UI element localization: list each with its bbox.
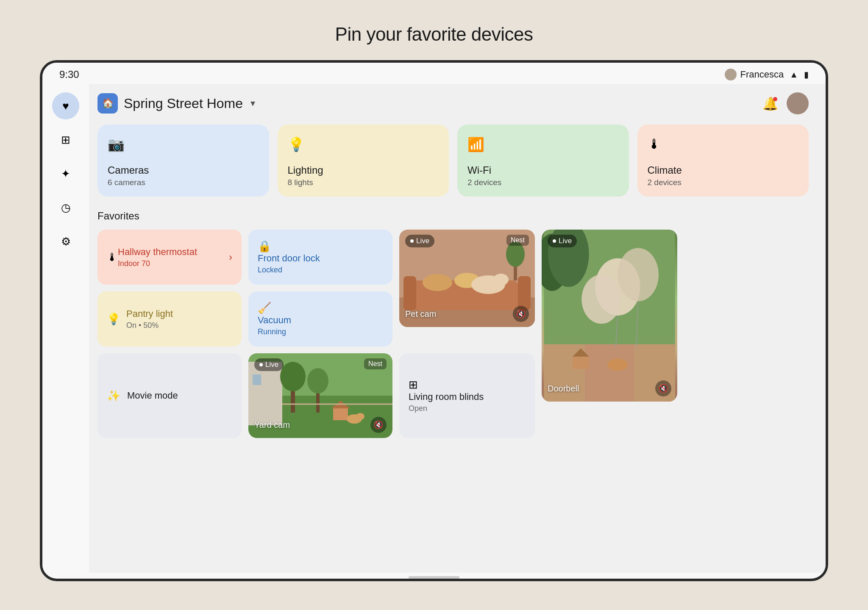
home-header: 🏠 Spring Street Home ▾ 🔔 xyxy=(97,92,809,114)
battery-icon: ▮ xyxy=(804,69,809,80)
mute-icon: 🔇 xyxy=(516,309,526,319)
doorbell-live-label: Live xyxy=(559,237,572,245)
sidebar-item-automations[interactable]: ✦ xyxy=(52,160,79,187)
doorbell-mute-button[interactable]: 🔇 xyxy=(655,380,671,396)
home-title-area: 🏠 Spring Street Home ▾ xyxy=(97,93,255,114)
status-user-area: Francesca xyxy=(725,69,784,80)
sidebar-item-history[interactable]: ◷ xyxy=(52,194,79,221)
pet-cam-overlay: Live Nest Pet cam 🔇 xyxy=(399,230,535,327)
content-area: 🏠 Spring Street Home ▾ 🔔 📷 xyxy=(89,84,826,573)
pet-cam-name: Pet cam xyxy=(405,309,436,319)
category-card-lighting[interactable]: 💡 Lighting 8 lights xyxy=(278,125,449,197)
pet-cam-live-label: Live xyxy=(416,237,429,245)
vacuum-sub: Running xyxy=(258,327,383,336)
movie-sparkle-icon: ✨ xyxy=(107,389,120,402)
favorites-section-label: Favorites xyxy=(97,210,809,222)
doorbell-cam-top: Live xyxy=(548,235,671,247)
yard-cam-card[interactable]: Live Nest Yard cam 🔇 xyxy=(248,353,392,438)
lock-icon: 🔒 xyxy=(258,240,383,253)
scroll-indicator xyxy=(409,576,459,579)
lighting-sub: 8 lights xyxy=(288,178,439,187)
front-door-sub: Locked xyxy=(258,266,383,274)
vacuum-icon: 🧹 xyxy=(258,302,383,315)
home-icon: 🏠 xyxy=(97,93,118,114)
yard-cam-live-badge: Live xyxy=(254,358,284,371)
cameras-label: Cameras xyxy=(108,164,259,176)
status-right: Francesca ▲ ▮ xyxy=(725,69,809,80)
user-avatar[interactable] xyxy=(787,92,809,114)
vacuum-name: Vacuum xyxy=(258,315,383,326)
yard-cam-nest-badge: Nest xyxy=(364,358,387,369)
favorites-grid: 🌡 Hallway thermostat Indoor 70 › 🔒 Front… xyxy=(97,230,809,438)
movie-name: Movie mode xyxy=(127,390,232,401)
status-bar: 9:30 Francesca ▲ ▮ xyxy=(42,63,826,84)
climate-label: Climate xyxy=(648,164,799,176)
pet-cam-mute-button[interactable]: 🔇 xyxy=(513,306,529,322)
yard-cam-overlay: Live Nest Yard cam 🔇 xyxy=(248,353,392,438)
notification-dot xyxy=(773,97,777,101)
live-dot xyxy=(410,239,414,243)
sidebar-item-favorites[interactable]: ♥ xyxy=(52,92,79,119)
wifi-cat-icon: 📶 xyxy=(467,136,619,152)
pet-cam-live-badge: Live xyxy=(405,235,434,247)
pet-cam-bottom: Pet cam 🔇 xyxy=(405,306,529,322)
doorbell-cam-overlay: Live Doorbell 🔇 xyxy=(542,230,677,402)
doorbell-live-dot xyxy=(553,239,556,243)
pantry-light-card[interactable]: 💡 Pantry light On • 50% xyxy=(97,291,242,347)
yard-mute-icon: 🔇 xyxy=(374,420,383,430)
wifi-icon: ▲ xyxy=(790,70,798,80)
cameras-icon: 📷 xyxy=(108,136,259,152)
heart-icon: ♥ xyxy=(62,100,69,113)
vacuum-card[interactable]: 🧹 Vacuum Running xyxy=(248,291,392,347)
status-user-avatar xyxy=(725,69,737,80)
yard-cam-live-label: Live xyxy=(265,360,278,369)
chevron-right-icon: › xyxy=(229,251,232,263)
categories-row: 📷 Cameras 6 cameras 💡 Lighting 8 lights … xyxy=(97,125,809,197)
doorbell-card[interactable]: Live Doorbell 🔇 xyxy=(542,230,677,438)
sparkle-icon: ✦ xyxy=(61,167,70,180)
movie-info: Movie mode xyxy=(127,390,232,401)
category-card-climate[interactable]: 🌡 Climate 2 devices xyxy=(637,125,809,197)
history-icon: ◷ xyxy=(61,201,71,214)
movie-mode-card[interactable]: ✨ Movie mode xyxy=(97,353,242,438)
yard-cam-mute-button[interactable]: 🔇 xyxy=(370,417,387,433)
blinds-icon: ⊞ xyxy=(409,378,526,391)
front-door-name: Front door lock xyxy=(258,253,383,264)
category-card-wifi[interactable]: 📶 Wi-Fi 2 devices xyxy=(457,125,629,197)
thermostat-sub: Indoor 70 xyxy=(118,259,229,268)
sidebar-item-settings[interactable]: ⚙ xyxy=(52,228,79,255)
doorbell-cam-live-badge: Live xyxy=(548,235,577,247)
lighting-icon: 💡 xyxy=(288,136,439,152)
pet-cam-top: Live Nest xyxy=(405,235,529,247)
tablet-frame: 9:30 Francesca ▲ ▮ ♥ ⊞ ✦ ◷ xyxy=(40,60,828,581)
wifi-label: Wi-Fi xyxy=(467,164,619,176)
header-right: 🔔 xyxy=(762,92,809,114)
front-door-card[interactable]: 🔒 Front door lock Locked xyxy=(248,230,392,285)
category-card-cameras[interactable]: 📷 Cameras 6 cameras xyxy=(97,125,269,197)
home-name: Spring Street Home xyxy=(124,96,243,111)
doorbell-cam-name: Doorbell xyxy=(548,384,579,394)
lighting-label: Lighting xyxy=(288,164,439,176)
thermostat-info: Hallway thermostat Indoor 70 xyxy=(118,247,229,268)
notification-bell-button[interactable]: 🔔 xyxy=(762,96,778,111)
yard-cam-top: Live Nest xyxy=(254,358,387,371)
pantry-sub: On • 50% xyxy=(126,321,232,330)
devices-icon: ⊞ xyxy=(61,133,70,147)
cameras-sub: 6 cameras xyxy=(108,178,259,187)
status-time: 9:30 xyxy=(59,69,79,80)
sidebar-item-devices[interactable]: ⊞ xyxy=(52,126,79,153)
pet-cam-card[interactable]: Live Nest Pet cam 🔇 xyxy=(399,230,535,347)
sidebar: ♥ ⊞ ✦ ◷ ⚙ xyxy=(42,84,89,573)
yard-cam-bottom: Yard cam 🔇 xyxy=(254,417,387,433)
thermostat-name: Hallway thermostat xyxy=(118,247,229,258)
thermostat-card[interactable]: 🌡 Hallway thermostat Indoor 70 › xyxy=(97,230,242,285)
wifi-sub: 2 devices xyxy=(467,178,619,187)
climate-icon: 🌡 xyxy=(648,136,799,152)
climate-sub: 2 devices xyxy=(648,178,799,187)
blinds-sub: Open xyxy=(409,404,526,413)
chevron-down-icon[interactable]: ▾ xyxy=(250,98,255,109)
blinds-card[interactable]: ⊞ Living room blinds Open xyxy=(399,353,535,438)
pantry-bulb-icon: 💡 xyxy=(107,313,120,326)
thermometer-icon: 🌡 xyxy=(107,251,118,264)
pantry-info: Pantry light On • 50% xyxy=(126,308,232,330)
